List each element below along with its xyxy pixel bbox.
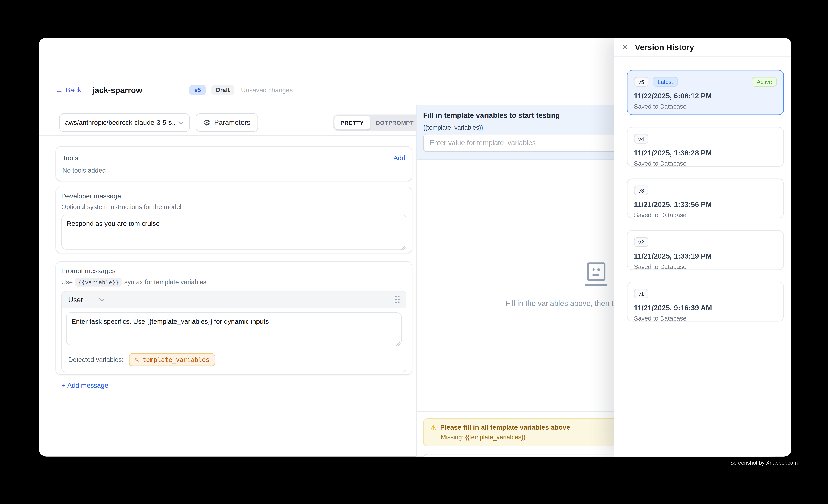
parameters-button[interactable]: ⚙ Parameters [196,113,258,131]
active-badge: Active [752,77,777,87]
gear-icon: ⚙ [203,118,210,126]
version-badge: v5 [190,85,206,95]
version-date: 11/21/2025, 1:33:19 PM [634,252,777,260]
version-history-header: × Version History [614,38,791,57]
version-number-badge: v1 [634,289,649,298]
version-card-v4[interactable]: v4 11/21/2025, 1:36:28 PM Saved to Datab… [627,127,784,166]
tab-dotprompt[interactable]: DOTPROMPT [370,115,420,129]
role-select-value: User [68,295,83,303]
version-saved-status: Saved to Database [634,315,777,322]
close-icon[interactable]: × [623,42,628,51]
unsaved-changes-label: Unsaved changes [241,86,293,94]
prompt-messages-card: Prompt messages Use {{variable}} syntax … [55,261,412,375]
developer-message-title: Developer message [61,193,407,200]
variable-syntax-chip: {{variable}} [76,278,122,287]
version-date: 11/21/2025, 1:33:56 PM [634,201,777,209]
chevron-down-icon [99,296,105,301]
version-saved-status: Saved to Database [634,212,777,218]
version-history-title: Version History [635,42,694,51]
prompt-message-input[interactable]: Enter task specifics. Use {{template_var… [66,312,402,345]
version-card-v5[interactable]: v5 Latest Active 11/22/2025, 6:08:12 PM … [627,70,784,115]
detected-variable-chip[interactable]: ✎ template_variables [129,353,215,366]
version-number-badge: v2 [634,237,649,247]
developer-message-subtitle: Optional system instructions for the mod… [61,203,407,211]
version-date: 11/22/2025, 6:08:12 PM [634,92,777,100]
pencil-icon: ✎ [134,357,139,363]
draft-status-badge: Draft [211,85,235,95]
version-number-badge: v3 [634,185,649,195]
message-header: User [62,292,406,308]
chevron-down-icon [178,119,183,124]
version-date: 11/21/2025, 9:16:39 AM [634,304,777,312]
version-number-badge: v5 [634,77,649,87]
drag-handle-icon[interactable] [395,296,400,303]
bot-face-icon [585,262,607,287]
model-select-value: aws/anthropic/bedrock-claude-3-5-s... [65,119,176,126]
latest-badge: Latest [653,77,678,87]
tools-title: Tools [62,154,78,162]
back-label: Back [66,86,81,94]
toolbar: aws/anthropic/bedrock-claude-3-5-s... ⚙ … [39,105,416,135]
tools-empty-text: No tools added [62,167,405,174]
detected-variable-name: template_variables [142,356,209,364]
version-saved-status: Saved to Database [634,263,777,270]
detected-variables-row: Detected variables: ✎ template_variables [62,351,406,372]
hint-suffix: syntax for template variables [124,279,206,286]
prompt-syntax-hint: Use {{variable}} syntax for template var… [61,278,407,287]
hint-prefix: Use [61,279,73,286]
warning-icon: ⚠ [430,424,437,431]
version-history-panel: × Version History v5 Latest Active 11/22… [614,38,791,457]
version-card-v2[interactable]: v2 11/21/2025, 1:33:19 PM Saved to Datab… [627,230,784,269]
developer-message-card: Developer message Optional system instru… [55,186,412,253]
add-message-label: + Add message [62,382,109,389]
tab-pretty[interactable]: PRETTY [334,115,370,129]
model-select[interactable]: aws/anthropic/bedrock-claude-3-5-s... [59,113,190,131]
version-number-badge: v4 [634,134,649,143]
developer-message-input[interactable]: Respond as you are tom cruise [61,215,407,250]
back-button[interactable]: ← Back [55,86,81,94]
tools-card: Tools + Add No tools added [55,146,412,181]
page-title: jack-sparrow [92,85,142,95]
version-saved-status: Saved to Database [634,103,777,110]
role-select[interactable]: User [68,295,105,303]
parameters-label: Parameters [214,118,250,126]
version-list: v5 Latest Active 11/22/2025, 6:08:12 PM … [614,57,791,321]
app-window: ← Back jack-sparrow v5 Draft Unsaved cha… [39,38,791,457]
view-mode-toggle: PRETTY DOTPROMPT [333,114,421,130]
back-arrow-icon: ← [55,86,63,94]
screenshot-canvas: ← Back jack-sparrow v5 Draft Unsaved cha… [0,0,828,504]
version-card-v1[interactable]: v1 11/21/2025, 9:16:39 AM Saved to Datab… [627,282,784,321]
detected-variables-label: Detected variables: [68,356,124,364]
version-saved-status: Saved to Database [634,160,777,167]
add-tool-button[interactable]: + Add [388,154,405,162]
prompt-messages-title: Prompt messages [61,267,407,275]
message-block: User Enter task specifics. Use {{templat… [61,291,407,372]
version-card-v3[interactable]: v3 11/21/2025, 1:33:56 PM Saved to Datab… [627,178,784,218]
version-date: 11/21/2025, 1:36:28 PM [634,149,777,157]
warning-title-text: Please fill in all template variables ab… [440,424,570,431]
add-message-button[interactable]: + Add message [62,382,109,389]
watermark-credit: Screenshot by Xnapper.com [730,460,789,466]
